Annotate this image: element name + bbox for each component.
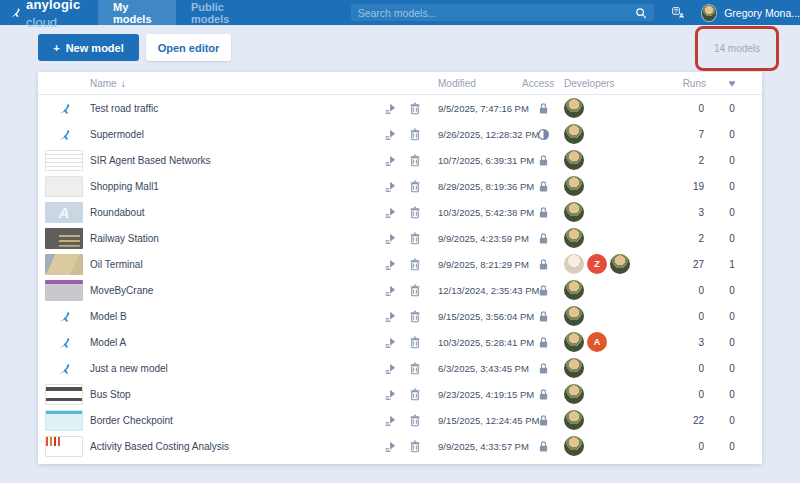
developer-avatar	[564, 306, 584, 326]
export-model-icon[interactable]	[378, 258, 402, 271]
model-row[interactable]: Supermodel 9/26/2025, 12:28:32 PM 7 0	[38, 121, 762, 147]
model-thumbnail	[45, 202, 83, 223]
model-name-link[interactable]: Oil Terminal	[86, 259, 378, 270]
export-model-icon[interactable]	[378, 180, 402, 193]
sort-down-icon[interactable]: ↓	[121, 78, 126, 89]
model-name-link[interactable]: Border Checkpoint	[86, 415, 378, 426]
delete-icon[interactable]	[402, 128, 428, 141]
delete-icon[interactable]	[402, 232, 428, 245]
tab-public-models[interactable]: Public models	[176, 0, 269, 25]
model-name-link[interactable]: Bus Stop	[86, 389, 378, 400]
model-row[interactable]: Test road traffic 9/5/2025, 7:47:16 PM 0…	[38, 95, 762, 121]
model-row[interactable]: Border Checkpoint 9/15/2025, 12:24:45 PM…	[38, 407, 762, 433]
model-row[interactable]: Just a new model 6/3/2025, 3:43:45 PM 0 …	[38, 355, 762, 381]
access-cell	[522, 258, 564, 271]
plus-icon: +	[53, 42, 59, 54]
developers-cell	[564, 384, 666, 404]
favorites-heart-icon[interactable]: ♥	[710, 77, 754, 89]
user-name[interactable]: Gregory Mona...	[724, 7, 800, 19]
model-thumbnail	[45, 410, 83, 431]
delete-icon[interactable]	[402, 336, 428, 349]
column-header-name[interactable]: Name ↓	[86, 78, 378, 89]
export-model-icon[interactable]	[378, 388, 402, 401]
export-model-icon[interactable]	[378, 362, 402, 375]
model-row[interactable]: SIR Agent Based Networks 10/7/2025, 6:39…	[38, 147, 762, 173]
model-thumbnail	[45, 280, 83, 301]
runs-count: 2	[666, 155, 710, 166]
delete-icon[interactable]	[402, 258, 428, 271]
access-cell	[522, 388, 564, 401]
delete-icon[interactable]	[402, 154, 428, 167]
export-model-icon[interactable]	[378, 154, 402, 167]
delete-icon[interactable]	[402, 284, 428, 297]
model-name-link[interactable]: Roundabout	[86, 207, 378, 218]
export-model-icon[interactable]	[378, 440, 402, 453]
delete-icon[interactable]	[402, 206, 428, 219]
model-name-link[interactable]: Just a new model	[86, 363, 378, 374]
user-avatar[interactable]	[702, 5, 716, 21]
new-model-button[interactable]: + New model	[38, 34, 139, 61]
export-model-icon[interactable]	[378, 232, 402, 245]
export-model-icon[interactable]	[378, 284, 402, 297]
delete-icon[interactable]	[402, 310, 428, 323]
model-icon-cell	[42, 280, 86, 301]
developer-avatar	[610, 254, 630, 274]
developers-cell	[564, 98, 666, 118]
model-row[interactable]: Shopping Mall1 8/29/2025, 8:19:36 PM 19 …	[38, 173, 762, 199]
column-header-modified[interactable]: Modified	[428, 78, 522, 89]
model-name-link[interactable]: SIR Agent Based Networks	[86, 155, 378, 166]
developer-avatar: A	[587, 332, 607, 352]
model-icon-cell	[42, 102, 86, 115]
developers-cell	[564, 280, 666, 300]
export-model-icon[interactable]	[378, 310, 402, 323]
model-row[interactable]: Oil Terminal 9/9/2025, 8:21:29 PM Z 27 1	[38, 251, 762, 277]
delete-icon[interactable]	[402, 180, 428, 193]
developers-cell	[564, 410, 666, 430]
model-name-link[interactable]: Test road traffic	[86, 103, 378, 114]
model-name-link[interactable]: Supermodel	[86, 129, 378, 140]
model-row[interactable]: Model B 9/15/2025, 3:56:04 PM 0 0	[38, 303, 762, 329]
delete-icon[interactable]	[402, 388, 428, 401]
export-model-icon[interactable]	[378, 128, 402, 141]
model-name-link[interactable]: Shopping Mall1	[86, 181, 378, 192]
model-name-link[interactable]: Railway Station	[86, 233, 378, 244]
model-row[interactable]: MoveByCrane 12/13/2024, 2:35:43 PM 0 0	[38, 277, 762, 303]
delete-icon[interactable]	[402, 362, 428, 375]
model-name-link[interactable]: Model B	[86, 311, 378, 322]
export-model-icon[interactable]	[378, 414, 402, 427]
export-model-icon[interactable]	[378, 336, 402, 349]
access-cell	[522, 232, 564, 245]
open-editor-button[interactable]: Open editor	[146, 34, 231, 61]
anylogic-model-icon	[58, 128, 71, 141]
developer-avatar: Z	[587, 254, 607, 274]
column-header-runs[interactable]: Runs	[666, 78, 710, 89]
delete-icon[interactable]	[402, 102, 428, 115]
model-name-link[interactable]: Model A	[86, 337, 378, 348]
search-box[interactable]	[351, 4, 654, 21]
model-row[interactable]: Roundabout 10/3/2025, 5:42:38 PM 3 0	[38, 199, 762, 225]
runs-count: 3	[666, 207, 710, 218]
delete-icon[interactable]	[402, 414, 428, 427]
runs-count: 0	[666, 441, 710, 452]
access-cell	[522, 154, 564, 167]
model-name-link[interactable]: Activity Based Costing Analysis	[86, 441, 378, 452]
private-lock-icon	[537, 336, 550, 349]
runs-count: 0	[666, 103, 710, 114]
private-lock-icon	[537, 180, 550, 193]
model-name-link[interactable]: MoveByCrane	[86, 285, 378, 296]
model-icon-cell	[42, 410, 86, 431]
private-lock-icon	[537, 440, 550, 453]
delete-icon[interactable]	[402, 440, 428, 453]
export-model-icon[interactable]	[378, 206, 402, 219]
export-model-icon[interactable]	[378, 102, 402, 115]
model-row[interactable]: Activity Based Costing Analysis 9/9/2025…	[38, 433, 762, 459]
favorites-count: 0	[710, 207, 754, 218]
model-row[interactable]: Railway Station 9/9/2025, 4:23:59 PM 2 0	[38, 225, 762, 251]
language-icon[interactable]: A	[672, 6, 685, 20]
model-row[interactable]: Model A 10/3/2025, 5:28:41 PM A 3 0	[38, 329, 762, 355]
search-icon[interactable]	[635, 7, 647, 19]
model-row[interactable]: Bus Stop 9/23/2025, 4:19:15 PM 0 0	[38, 381, 762, 407]
search-input[interactable]	[358, 7, 635, 19]
tab-my-models[interactable]: My models	[98, 0, 176, 25]
developer-avatar	[564, 254, 584, 274]
